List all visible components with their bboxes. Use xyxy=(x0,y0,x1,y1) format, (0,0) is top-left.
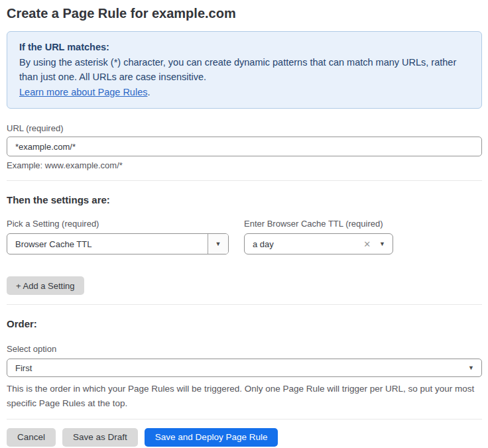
link-suffix: . xyxy=(147,87,150,97)
pick-setting-select[interactable]: Browser Cache TTL ▼ xyxy=(7,233,229,254)
info-box-link-line: Learn more about Page Rules. xyxy=(19,85,469,100)
order-section-heading: Order: xyxy=(7,318,482,329)
chevron-down-icon: ▼ xyxy=(215,241,221,247)
pick-setting-label: Pick a Setting (required) xyxy=(7,219,229,229)
ttl-label: Enter Browser Cache TTL (required) xyxy=(244,219,393,229)
pick-setting-value: Browser Cache TTL xyxy=(7,239,208,249)
divider xyxy=(7,304,482,305)
save-as-draft-button[interactable]: Save as Draft xyxy=(62,428,138,447)
footer-actions: Cancel Save as Draft Save and Deploy Pag… xyxy=(7,428,482,447)
page-title: Create a Page Rule for example.com xyxy=(7,5,482,21)
chevron-down-icon: ▼ xyxy=(468,365,474,371)
url-match-info-box: If the URL matches: By using the asteris… xyxy=(7,31,482,109)
save-and-deploy-button[interactable]: Save and Deploy Page Rule xyxy=(145,428,278,447)
ttl-column: Enter Browser Cache TTL (required) a day… xyxy=(244,219,393,254)
url-input[interactable] xyxy=(7,137,482,156)
learn-more-link[interactable]: Learn more about Page Rules xyxy=(19,87,147,97)
divider xyxy=(7,419,482,420)
clear-icon[interactable]: ✕ xyxy=(363,240,371,249)
info-box-body: By using the asterisk (*) character, you… xyxy=(19,55,469,85)
cancel-button[interactable]: Cancel xyxy=(7,428,56,447)
pick-setting-column: Pick a Setting (required) Browser Cache … xyxy=(7,219,229,254)
url-field-label: URL (required) xyxy=(7,123,482,133)
create-page-rule-form: Create a Page Rule for example.com If th… xyxy=(0,5,488,447)
chevron-down-icon: ▼ xyxy=(379,241,385,247)
ttl-value: a day xyxy=(245,239,363,249)
info-box-heading: If the URL matches: xyxy=(19,40,469,55)
select-caret-box: ▼ xyxy=(208,234,228,254)
url-example-text: Example: www.example.com/* xyxy=(7,160,482,170)
order-select[interactable]: First ▼ xyxy=(7,359,482,377)
settings-section-heading: Then the settings are: xyxy=(7,194,482,205)
divider xyxy=(7,180,482,181)
ttl-select[interactable]: a day ✕ ▼ xyxy=(244,233,393,254)
order-select-label: Select option xyxy=(7,344,482,354)
add-setting-button[interactable]: + Add a Setting xyxy=(7,276,84,295)
order-select-value: First xyxy=(7,363,468,373)
settings-row: Pick a Setting (required) Browser Cache … xyxy=(7,219,482,254)
order-help-text: This is the order in which your Page Rul… xyxy=(7,382,482,410)
